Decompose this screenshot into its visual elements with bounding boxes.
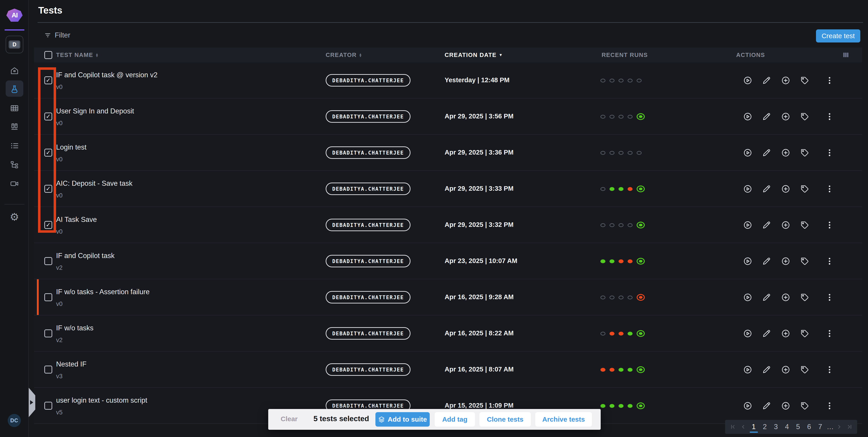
page-number-1[interactable]: 1 — [749, 421, 758, 433]
run-test-button[interactable] — [738, 396, 757, 415]
test-name[interactable]: IF and Copilot task @ version v2 — [56, 71, 157, 79]
sidebar-item-list[interactable] — [0, 138, 29, 154]
sidebar-item-table[interactable] — [0, 100, 29, 116]
table-row[interactable]: AI Task Save v0 DEBADITYA.CHATTERJEE Apr… — [34, 207, 862, 243]
run-test-button[interactable] — [738, 143, 757, 162]
page-number-6[interactable]: 6 — [805, 421, 814, 433]
more-options-button[interactable] — [820, 107, 839, 126]
clone-tests-button[interactable]: Clone tests — [479, 412, 531, 427]
run-test-button[interactable] — [738, 360, 757, 379]
run-test-button[interactable] — [738, 252, 757, 271]
last-page-button[interactable] — [845, 422, 854, 432]
sidebar-item-suites[interactable] — [0, 119, 29, 135]
add-to-suite-button[interactable] — [776, 179, 795, 198]
more-options-button[interactable] — [820, 179, 839, 198]
edit-test-button[interactable] — [757, 71, 776, 90]
add-to-suite-button[interactable] — [776, 71, 795, 90]
archive-tests-button[interactable]: Archive tests — [535, 412, 592, 427]
add-to-suite-button[interactable] — [776, 324, 795, 343]
row-checkbox[interactable] — [44, 112, 52, 121]
edit-test-button[interactable] — [757, 143, 776, 162]
row-checkbox[interactable] — [44, 257, 52, 265]
edit-test-button[interactable] — [757, 179, 776, 198]
test-name[interactable]: AIC: Deposit - Save task — [56, 179, 132, 188]
page-number-2[interactable]: 2 — [761, 421, 769, 433]
edit-test-button[interactable] — [757, 288, 776, 307]
row-checkbox[interactable] — [44, 76, 52, 84]
row-checkbox[interactable] — [44, 149, 52, 157]
test-name[interactable]: Nested IF — [56, 360, 86, 368]
more-options-button[interactable] — [820, 252, 839, 271]
test-name[interactable]: user login text - custom script — [56, 396, 147, 404]
add-to-suite-bulk-button[interactable]: Add to suite — [375, 412, 430, 427]
page-number-7[interactable]: 7 — [816, 421, 825, 433]
create-test-button[interactable]: Create test — [816, 29, 860, 42]
more-options-button[interactable] — [820, 143, 839, 162]
more-options-button[interactable] — [820, 360, 839, 379]
table-row[interactable]: IF w/o tasks v2 DEBADITYA.CHATTERJEE Apr… — [34, 315, 862, 351]
sidebar-item-home[interactable] — [0, 63, 29, 79]
row-checkbox[interactable] — [44, 185, 52, 193]
row-checkbox[interactable] — [44, 402, 52, 410]
row-checkbox[interactable] — [44, 221, 52, 229]
tag-button[interactable] — [795, 215, 814, 235]
add-to-suite-button[interactable] — [776, 215, 795, 235]
sidebar-item-recordings[interactable] — [0, 176, 29, 192]
clear-selection-button[interactable]: Clear — [281, 415, 298, 423]
sidebar-item-tests[interactable] — [0, 81, 29, 97]
test-name[interactable]: User Sign In and Deposit — [56, 107, 134, 115]
sidebar-item-flow[interactable] — [0, 157, 29, 173]
tag-button[interactable] — [795, 252, 814, 271]
next-page-button[interactable] — [835, 422, 843, 432]
tag-button[interactable] — [795, 324, 814, 343]
tag-button[interactable] — [795, 288, 814, 307]
run-test-button[interactable] — [738, 71, 757, 90]
tag-button[interactable] — [795, 143, 814, 162]
more-options-button[interactable] — [820, 71, 839, 90]
add-to-suite-button[interactable] — [776, 252, 795, 271]
tag-button[interactable] — [795, 107, 814, 126]
column-creator[interactable]: CREATOR ▲▼ — [326, 52, 362, 59]
page-number-3[interactable]: 3 — [771, 421, 780, 433]
edit-test-button[interactable] — [757, 252, 776, 271]
run-test-button[interactable] — [738, 107, 757, 126]
table-row[interactable]: IF and Copilot task @ version v2 v0 DEBA… — [34, 62, 862, 99]
table-row[interactable]: IF w/o tasks - Assertion failure v0 DEBA… — [34, 279, 862, 315]
filter-button[interactable]: Filter — [44, 31, 70, 39]
edit-test-button[interactable] — [757, 324, 776, 343]
workspace-switcher[interactable]: D — [6, 36, 23, 53]
table-row[interactable]: IF and Copilot task v2 DEBADITYA.CHATTER… — [34, 243, 862, 279]
column-test-name[interactable]: TEST NAME ▲▼ — [56, 52, 99, 59]
add-to-suite-button[interactable] — [776, 396, 795, 415]
run-test-button[interactable] — [738, 324, 757, 343]
table-row[interactable]: Nested IF v3 DEBADITYA.CHATTERJEE Apr 16… — [34, 351, 862, 388]
more-options-button[interactable] — [820, 324, 839, 343]
edit-test-button[interactable] — [757, 396, 776, 415]
test-name[interactable]: IF and Copilot task — [56, 252, 115, 260]
run-test-button[interactable] — [738, 288, 757, 307]
add-to-suite-button[interactable] — [776, 360, 795, 379]
tag-button[interactable] — [795, 396, 814, 415]
edit-test-button[interactable] — [757, 215, 776, 235]
more-options-button[interactable] — [820, 288, 839, 307]
column-creation-date[interactable]: CREATION DATE ▼ — [445, 52, 503, 59]
tag-button[interactable] — [795, 360, 814, 379]
table-row[interactable]: User Sign In and Deposit v0 DEBADITYA.CH… — [34, 99, 862, 135]
test-name[interactable]: AI Task Save — [56, 215, 97, 224]
more-options-button[interactable] — [820, 215, 839, 235]
page-number-4[interactable]: 4 — [782, 421, 792, 433]
row-checkbox[interactable] — [44, 330, 52, 337]
prev-page-button[interactable] — [739, 422, 747, 432]
column-settings-icon[interactable] — [842, 51, 850, 59]
add-tag-button[interactable]: Add tag — [435, 412, 475, 427]
user-avatar[interactable]: DC — [8, 414, 21, 427]
test-name[interactable]: IF w/o tasks — [56, 324, 93, 332]
settings-gear-icon[interactable]: ⚙ — [0, 210, 29, 224]
page-number-5[interactable]: 5 — [794, 421, 803, 433]
table-row[interactable]: AIC: Deposit - Save task v0 DEBADITYA.CH… — [34, 171, 862, 207]
run-test-button[interactable] — [738, 179, 757, 198]
row-checkbox[interactable] — [44, 366, 52, 373]
run-test-button[interactable] — [738, 215, 757, 235]
edit-test-button[interactable] — [757, 107, 776, 126]
add-to-suite-button[interactable] — [776, 107, 795, 126]
